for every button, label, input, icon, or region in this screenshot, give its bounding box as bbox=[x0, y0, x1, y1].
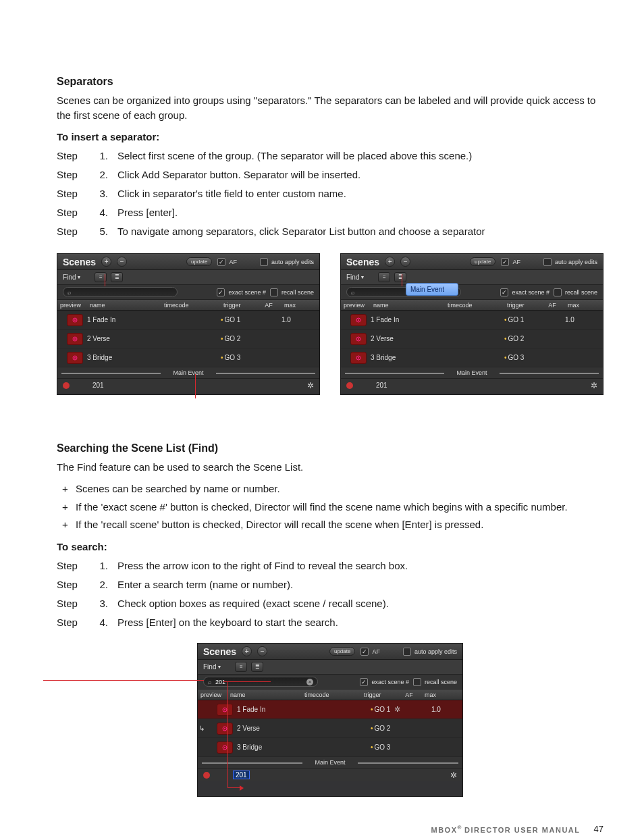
af-toggle[interactable]: AF bbox=[217, 258, 237, 266]
svg-point-13 bbox=[224, 709, 225, 710]
scene-row[interactable]: 1 Fade In•GO 1✲1.0 bbox=[198, 700, 462, 719]
step-label: Step bbox=[57, 205, 85, 221]
recall-scene-toggle[interactable]: recall scene bbox=[554, 288, 597, 296]
separator-list-button[interactable]: ≣ bbox=[394, 272, 406, 282]
search-icon: ⌕ bbox=[208, 679, 211, 685]
scene-preview-thumb bbox=[217, 704, 233, 716]
scene-preview-thumb bbox=[67, 314, 83, 326]
scene-preview-thumb bbox=[350, 333, 367, 345]
step: Step2.Enter a search term (name or numbe… bbox=[57, 577, 603, 593]
step-label: Step bbox=[57, 224, 85, 240]
scene-max: 1.0 bbox=[565, 316, 592, 323]
find-intro-text: The Find feature can be used to search t… bbox=[57, 460, 603, 475]
remove-scene-button[interactable]: − bbox=[257, 646, 267, 656]
auto-apply-edits-toggle[interactable]: auto apply edits bbox=[403, 648, 457, 656]
heading-separators: Separators bbox=[57, 76, 603, 88]
scene-row[interactable]: 3 Bridge•GO 3 bbox=[198, 738, 462, 757]
search-input[interactable] bbox=[214, 678, 304, 686]
scene-trigger: •GO 3 bbox=[371, 744, 406, 751]
clear-search-icon[interactable]: × bbox=[306, 679, 313, 685]
scene-name: 3 Bridge bbox=[237, 744, 311, 751]
gear-icon[interactable]: ✲ bbox=[591, 381, 597, 390]
step-number: 1. bbox=[95, 558, 108, 574]
step-text: Enter a search term (name or number). bbox=[117, 577, 603, 593]
recall-scene-toggle[interactable]: recall scene bbox=[413, 678, 457, 686]
step: Step1.Press the arrow icon to the right … bbox=[57, 558, 603, 574]
add-scene-button[interactable]: + bbox=[242, 646, 252, 656]
step-label: Step bbox=[57, 577, 85, 593]
gear-icon[interactable]: ✲ bbox=[307, 381, 314, 390]
column-headers: previewnametimecodetriggerAFmax bbox=[341, 300, 603, 311]
add-scene-button[interactable]: + bbox=[101, 257, 111, 267]
scene-trigger: •GO 3 bbox=[504, 354, 539, 361]
add-scene-button[interactable]: + bbox=[385, 257, 395, 267]
page-number: 47 bbox=[594, 824, 603, 834]
svg-point-3 bbox=[74, 338, 76, 340]
column-headers: previewnametimecodetriggerAFmax bbox=[57, 300, 319, 311]
step-text: Check option boxes as required (exact sc… bbox=[117, 596, 603, 612]
add-separator-button[interactable]: ≡ bbox=[95, 272, 107, 282]
af-toggle[interactable]: AF bbox=[501, 258, 520, 266]
remove-scene-button[interactable]: − bbox=[400, 257, 410, 267]
find-label[interactable]: Find▼ bbox=[203, 663, 221, 671]
scene-row[interactable]: 1 Fade In•GO 11.0 bbox=[57, 311, 319, 330]
scene-row[interactable]: ↳2 Verse•GO 2 bbox=[198, 719, 462, 738]
find-label[interactable]: Find▼ bbox=[63, 273, 81, 281]
search-input[interactable] bbox=[74, 288, 173, 296]
auto-apply-edits-toggle[interactable]: auto apply edits bbox=[543, 258, 597, 266]
scene-preview-thumb bbox=[67, 352, 83, 364]
auto-apply-edits-toggle[interactable]: auto apply edits bbox=[260, 258, 314, 266]
scene-row[interactable]: 2 Verse•GO 2 bbox=[57, 330, 319, 348]
exact-scene-toggle[interactable]: exact scene # bbox=[500, 288, 549, 296]
separator-row[interactable]: Main Event bbox=[57, 367, 319, 378]
svg-point-15 bbox=[224, 728, 225, 729]
scene-name: 2 Verse bbox=[87, 335, 161, 342]
scene-name: 1 Fade In bbox=[87, 316, 161, 323]
step: Step4.Press [Enter] on the keyboard to s… bbox=[57, 615, 603, 631]
separator-row[interactable]: Main Event bbox=[198, 757, 462, 768]
update-button[interactable]: update bbox=[329, 647, 355, 656]
bullet-item: Scenes can be searched by name or number… bbox=[57, 481, 603, 497]
record-icon bbox=[63, 382, 70, 389]
svg-point-5 bbox=[74, 357, 76, 359]
panel-footer: 201✲ bbox=[57, 378, 319, 392]
scene-row[interactable]: 3 Bridge•GO 3 bbox=[57, 348, 319, 367]
find-label[interactable]: Find▼ bbox=[346, 273, 365, 281]
update-button[interactable]: update bbox=[186, 257, 212, 266]
heading-searching: Searching the Scene List (Find) bbox=[57, 442, 603, 454]
gear-icon[interactable]: ✲ bbox=[450, 771, 457, 780]
scene-row[interactable]: 2 Verse•GO 2 bbox=[341, 330, 603, 348]
step-number: 2. bbox=[95, 167, 108, 183]
search-field-wrap: ⌕× bbox=[63, 287, 178, 297]
exact-scene-toggle[interactable]: exact scene # bbox=[360, 678, 409, 686]
step-text: To navigate among separators, click Sepa… bbox=[117, 224, 603, 240]
add-separator-button[interactable]: ≡ bbox=[235, 662, 247, 672]
scene-row[interactable]: 3 Bridge•GO 3 bbox=[341, 348, 603, 367]
separator-dropdown-item[interactable]: Main Event bbox=[406, 283, 458, 296]
record-icon bbox=[346, 382, 353, 389]
step-number: 3. bbox=[95, 596, 108, 612]
remove-scene-button[interactable]: − bbox=[117, 257, 127, 267]
af-toggle[interactable]: AF bbox=[360, 648, 380, 656]
update-button[interactable]: update bbox=[470, 257, 495, 266]
scene-max: 1.0 bbox=[281, 316, 308, 323]
exact-scene-toggle[interactable]: exact scene # bbox=[217, 288, 266, 296]
add-separator-button[interactable]: ≡ bbox=[378, 272, 390, 282]
enter-arrow-icon: ↳ bbox=[199, 725, 207, 732]
scene-name: 1 Fade In bbox=[371, 316, 445, 323]
separator-list-button[interactable]: ≣ bbox=[251, 662, 263, 672]
scene-list: 1 Fade In•GO 11.02 Verse•GO 23 Bridge•GO… bbox=[57, 311, 319, 378]
scene-name: 1 Fade In bbox=[237, 706, 311, 713]
gear-icon[interactable]: ✲ bbox=[394, 705, 400, 713]
separator-screenshot-pair: Scenes+−updateAFauto apply editsFind▼≡≣⌕… bbox=[57, 253, 603, 395]
separator-list-button[interactable]: ≣ bbox=[111, 272, 123, 282]
separator-row[interactable]: Main Event bbox=[341, 367, 603, 378]
scene-row[interactable]: 1 Fade In•GO 11.0 bbox=[341, 311, 603, 330]
footer-suffix: DIRECTOR USER MANUAL bbox=[461, 825, 580, 833]
step-text: Select first scene of the group. (The se… bbox=[117, 148, 603, 164]
scene-trigger: •GO 2 bbox=[371, 725, 406, 732]
search-icon: ⌕ bbox=[351, 289, 354, 296]
step-text: Click in separator's title field to ente… bbox=[117, 186, 603, 202]
scene-trigger: •GO 2 bbox=[221, 335, 256, 342]
recall-scene-toggle[interactable]: recall scene bbox=[270, 288, 314, 296]
